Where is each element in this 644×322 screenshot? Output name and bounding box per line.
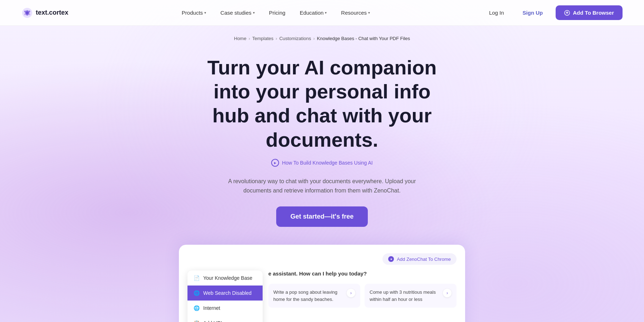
hero-description: A revolutionary way to chat with your do…	[215, 177, 429, 195]
breadcrumb-sep-3: ›	[313, 36, 315, 41]
knowledge-base-icon: 📄	[193, 275, 200, 281]
hero-section: Turn your AI companion into your persona…	[0, 48, 644, 245]
demo-panel: ★ Add ZenoChat To Chrome 📄 Your Knowledg…	[179, 245, 465, 322]
dropdown-kb-label: Your Knowledge Base	[203, 275, 252, 281]
logo[interactable]: text.cortex	[21, 7, 68, 19]
breadcrumb: Home › Templates › Customizations › Know…	[0, 29, 644, 48]
nav-education[interactable]: Education ▾	[294, 7, 333, 19]
svg-point-4	[29, 13, 30, 15]
nav-products[interactable]: Products ▾	[176, 7, 212, 19]
svg-point-1	[26, 11, 29, 14]
signup-button[interactable]: Sign Up	[516, 7, 550, 19]
nav-right: Log In Sign Up Add To Browser	[483, 5, 623, 20]
breadcrumb-current: Knowledge Bases - Chat with Your PDF Fil…	[317, 36, 410, 41]
breadcrumb-customizations[interactable]: Customizations	[279, 36, 311, 41]
navbar: text.cortex Products ▾ Case studies ▾ Pr…	[0, 0, 644, 26]
add-zenechat-button[interactable]: ★ Add ZenoChat To Chrome	[382, 253, 457, 265]
resources-chevron-icon: ▾	[368, 11, 370, 15]
svg-point-3	[29, 10, 30, 12]
video-label: How To Build Knowledge Bases Using AI	[282, 160, 372, 166]
internet-icon: 🌐	[193, 305, 200, 311]
chat-question: e assistant. How can I help you today?	[268, 270, 457, 277]
products-chevron-icon: ▾	[204, 11, 206, 15]
get-started-button[interactable]: Get started—it's free	[276, 206, 368, 227]
suggestion-1-arrow[interactable]: ›	[347, 289, 355, 297]
nav-resources[interactable]: Resources ▾	[335, 7, 376, 19]
demo-body: 📄 Your Knowledge Base 🌐 Web Search Disab…	[187, 270, 457, 322]
education-chevron-icon: ▾	[325, 11, 327, 15]
dropdown-internet[interactable]: 🌐 Internet	[187, 301, 263, 316]
browser-icon	[564, 10, 570, 16]
breadcrumb-sep-1: ›	[249, 36, 250, 41]
suggestion-card-1: Write a pop song about leaving home for …	[268, 284, 360, 308]
add-to-browser-button[interactable]: Add To Browser	[556, 5, 623, 20]
chat-area: e assistant. How can I help you today? W…	[268, 270, 457, 322]
dropdown-knowledge-base[interactable]: 📄 Your Knowledge Base	[187, 270, 263, 286]
play-icon: ▶	[271, 159, 279, 167]
suggestion-card-2: Come up with 3 nutritious meals within h…	[365, 284, 457, 308]
chat-suggestions: Write a pop song about leaving home for …	[268, 284, 457, 308]
suggestion-2-text: Come up with 3 nutritious meals within h…	[370, 289, 440, 303]
dropdown-add-urls[interactable]: 📋 Add URLs	[187, 316, 263, 322]
breadcrumb-home[interactable]: Home	[234, 36, 247, 41]
dropdown-internet-label: Internet	[203, 305, 220, 311]
dropdown-menu: 📄 Your Knowledge Base 🌐 Web Search Disab…	[187, 270, 263, 322]
dropdown-urls-label: Add URLs	[203, 320, 226, 322]
add-urls-icon: 📋	[193, 320, 200, 322]
case-studies-chevron-icon: ▾	[253, 11, 255, 15]
zeno-icon: ★	[388, 256, 394, 262]
suggestion-1-text: Write a pop song about leaving home for …	[273, 289, 344, 303]
hero-title: Turn your AI companion into your persona…	[197, 55, 447, 152]
demo-header: ★ Add ZenoChat To Chrome	[187, 253, 457, 265]
nav-pricing[interactable]: Pricing	[263, 7, 291, 19]
video-link[interactable]: ▶ How To Build Knowledge Bases Using AI	[271, 159, 372, 167]
svg-point-5	[24, 13, 26, 15]
nav-links: Products ▾ Case studies ▾ Pricing Educat…	[176, 7, 376, 19]
demo-container: ★ Add ZenoChat To Chrome 📄 Your Knowledg…	[0, 245, 644, 322]
login-button[interactable]: Log In	[483, 7, 510, 19]
dropdown-ws-label: Web Search Disabled	[203, 290, 252, 296]
breadcrumb-templates[interactable]: Templates	[252, 36, 273, 41]
svg-point-2	[24, 10, 26, 12]
nav-case-studies[interactable]: Case studies ▾	[215, 7, 260, 19]
logo-text: text.cortex	[36, 9, 68, 16]
dropdown-web-search[interactable]: 🌐 Web Search Disabled	[187, 286, 263, 301]
suggestion-2-arrow[interactable]: ›	[443, 289, 452, 297]
logo-icon	[21, 7, 33, 19]
breadcrumb-sep-2: ›	[275, 36, 277, 41]
add-zeno-label: Add ZenoChat To Chrome	[397, 257, 451, 262]
web-search-icon: 🌐	[193, 290, 200, 296]
